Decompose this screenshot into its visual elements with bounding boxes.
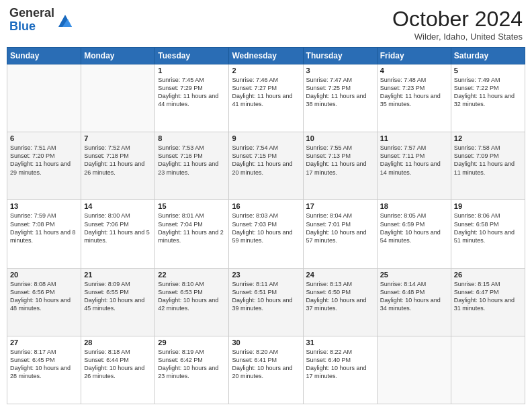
day-info: Sunrise: 7:54 AM Sunset: 7:15 PM Dayligh… <box>232 144 300 177</box>
calendar-week-row: 6Sunrise: 7:51 AM Sunset: 7:20 PM Daylig… <box>7 132 525 200</box>
day-info: Sunrise: 8:13 AM Sunset: 6:50 PM Dayligh… <box>306 280 374 313</box>
calendar-cell: 2Sunrise: 7:46 AM Sunset: 7:27 PM Daylig… <box>229 64 303 132</box>
calendar-cell: 26Sunrise: 8:15 AM Sunset: 6:47 PM Dayli… <box>451 268 525 336</box>
col-thursday: Thursday <box>303 48 377 64</box>
day-number: 8 <box>158 134 226 142</box>
day-number: 27 <box>10 338 78 347</box>
calendar-cell: 9Sunrise: 7:54 AM Sunset: 7:15 PM Daylig… <box>229 132 303 200</box>
day-info: Sunrise: 8:11 AM Sunset: 6:51 PM Dayligh… <box>232 280 300 313</box>
day-info: Sunrise: 8:03 AM Sunset: 7:03 PM Dayligh… <box>232 212 300 244</box>
calendar-cell: 8Sunrise: 7:53 AM Sunset: 7:16 PM Daylig… <box>155 132 229 200</box>
day-number: 3 <box>306 66 374 75</box>
logo: General Blue <box>9 7 75 34</box>
calendar-cell: 23Sunrise: 8:11 AM Sunset: 6:51 PM Dayli… <box>229 268 303 336</box>
day-number: 29 <box>158 338 226 347</box>
day-info: Sunrise: 8:08 AM Sunset: 6:56 PM Dayligh… <box>10 280 78 313</box>
calendar-cell: 29Sunrise: 8:19 AM Sunset: 6:42 PM Dayli… <box>155 336 229 404</box>
logo-icon <box>56 11 75 30</box>
calendar-cell: 31Sunrise: 8:22 AM Sunset: 6:40 PM Dayli… <box>303 336 377 404</box>
calendar-cell: 27Sunrise: 8:17 AM Sunset: 6:45 PM Dayli… <box>7 336 81 404</box>
day-number: 31 <box>306 338 374 347</box>
day-number: 23 <box>232 271 300 279</box>
day-number: 1 <box>158 66 226 75</box>
calendar-cell: 17Sunrise: 8:04 AM Sunset: 7:01 PM Dayli… <box>303 200 377 268</box>
day-info: Sunrise: 7:48 AM Sunset: 7:23 PM Dayligh… <box>380 76 448 109</box>
day-info: Sunrise: 8:10 AM Sunset: 6:53 PM Dayligh… <box>158 280 226 313</box>
calendar-cell: 3Sunrise: 7:47 AM Sunset: 7:25 PM Daylig… <box>303 64 377 132</box>
calendar-cell: 13Sunrise: 7:59 AM Sunset: 7:08 PM Dayli… <box>7 200 81 268</box>
day-info: Sunrise: 7:51 AM Sunset: 7:20 PM Dayligh… <box>10 144 78 177</box>
day-info: Sunrise: 7:49 AM Sunset: 7:22 PM Dayligh… <box>454 76 522 109</box>
calendar-cell <box>7 64 81 132</box>
day-info: Sunrise: 8:19 AM Sunset: 6:42 PM Dayligh… <box>158 348 226 381</box>
day-number: 15 <box>158 202 226 210</box>
calendar-cell: 5Sunrise: 7:49 AM Sunset: 7:22 PM Daylig… <box>451 64 525 132</box>
day-info: Sunrise: 8:09 AM Sunset: 6:55 PM Dayligh… <box>84 280 152 313</box>
logo-text-block: General Blue <box>9 7 54 34</box>
calendar-cell: 20Sunrise: 8:08 AM Sunset: 6:56 PM Dayli… <box>7 268 81 336</box>
calendar-cell: 18Sunrise: 8:05 AM Sunset: 6:59 PM Dayli… <box>377 200 451 268</box>
day-number: 28 <box>84 338 152 347</box>
day-info: Sunrise: 7:53 AM Sunset: 7:16 PM Dayligh… <box>158 144 226 177</box>
calendar-cell: 19Sunrise: 8:06 AM Sunset: 6:58 PM Dayli… <box>451 200 525 268</box>
calendar-week-row: 1Sunrise: 7:45 AM Sunset: 7:29 PM Daylig… <box>7 64 525 132</box>
calendar-cell: 11Sunrise: 7:57 AM Sunset: 7:11 PM Dayli… <box>377 132 451 200</box>
day-number: 24 <box>306 271 374 279</box>
day-number: 11 <box>380 134 448 142</box>
day-info: Sunrise: 8:01 AM Sunset: 7:04 PM Dayligh… <box>158 212 226 244</box>
day-number: 20 <box>10 271 78 279</box>
calendar: Sunday Monday Tuesday Wednesday Thursday… <box>7 47 525 404</box>
day-number: 2 <box>232 66 300 75</box>
day-number: 26 <box>454 271 522 279</box>
calendar-cell: 30Sunrise: 8:20 AM Sunset: 6:41 PM Dayli… <box>229 336 303 404</box>
logo-name: General Blue <box>9 7 54 34</box>
day-number: 14 <box>84 202 152 210</box>
calendar-cell: 1Sunrise: 7:45 AM Sunset: 7:29 PM Daylig… <box>155 64 229 132</box>
calendar-cell: 15Sunrise: 8:01 AM Sunset: 7:04 PM Dayli… <box>155 200 229 268</box>
day-info: Sunrise: 8:14 AM Sunset: 6:48 PM Dayligh… <box>380 280 448 313</box>
day-info: Sunrise: 7:45 AM Sunset: 7:29 PM Dayligh… <box>158 76 226 109</box>
calendar-week-row: 13Sunrise: 7:59 AM Sunset: 7:08 PM Dayli… <box>7 200 525 268</box>
calendar-cell: 28Sunrise: 8:18 AM Sunset: 6:44 PM Dayli… <box>81 336 155 404</box>
calendar-cell <box>81 64 155 132</box>
day-info: Sunrise: 7:59 AM Sunset: 7:08 PM Dayligh… <box>10 212 78 244</box>
day-number: 4 <box>380 66 448 75</box>
calendar-header-row: Sunday Monday Tuesday Wednesday Thursday… <box>7 48 525 64</box>
day-info: Sunrise: 8:04 AM Sunset: 7:01 PM Dayligh… <box>306 212 374 244</box>
day-info: Sunrise: 7:46 AM Sunset: 7:27 PM Dayligh… <box>232 76 300 109</box>
month-title: October 2024 <box>392 7 523 32</box>
calendar-cell: 7Sunrise: 7:52 AM Sunset: 7:18 PM Daylig… <box>81 132 155 200</box>
calendar-cell: 24Sunrise: 8:13 AM Sunset: 6:50 PM Dayli… <box>303 268 377 336</box>
day-number: 25 <box>380 271 448 279</box>
calendar-cell <box>451 336 525 404</box>
header: General Blue October 2024 Wilder, Idaho,… <box>7 7 525 42</box>
col-saturday: Saturday <box>451 48 525 64</box>
calendar-cell: 25Sunrise: 8:14 AM Sunset: 6:48 PM Dayli… <box>377 268 451 336</box>
day-info: Sunrise: 8:18 AM Sunset: 6:44 PM Dayligh… <box>84 348 152 381</box>
day-number: 10 <box>306 134 374 142</box>
day-number: 9 <box>232 134 300 142</box>
day-number: 16 <box>232 202 300 210</box>
day-info: Sunrise: 8:22 AM Sunset: 6:40 PM Dayligh… <box>306 348 374 381</box>
day-number: 6 <box>10 134 78 142</box>
day-info: Sunrise: 7:58 AM Sunset: 7:09 PM Dayligh… <box>454 144 522 177</box>
day-number: 18 <box>380 202 448 210</box>
calendar-cell: 14Sunrise: 8:00 AM Sunset: 7:06 PM Dayli… <box>81 200 155 268</box>
day-number: 22 <box>158 271 226 279</box>
col-tuesday: Tuesday <box>155 48 229 64</box>
day-number: 19 <box>454 202 522 210</box>
location: Wilder, Idaho, United States <box>392 32 523 42</box>
col-sunday: Sunday <box>7 48 81 64</box>
day-info: Sunrise: 8:06 AM Sunset: 6:58 PM Dayligh… <box>454 212 522 244</box>
day-number: 30 <box>232 338 300 347</box>
calendar-cell: 6Sunrise: 7:51 AM Sunset: 7:20 PM Daylig… <box>7 132 81 200</box>
day-info: Sunrise: 7:55 AM Sunset: 7:13 PM Dayligh… <box>306 144 374 177</box>
calendar-week-row: 20Sunrise: 8:08 AM Sunset: 6:56 PM Dayli… <box>7 268 525 336</box>
calendar-cell <box>377 336 451 404</box>
calendar-week-row: 27Sunrise: 8:17 AM Sunset: 6:45 PM Dayli… <box>7 336 525 404</box>
col-friday: Friday <box>377 48 451 64</box>
col-monday: Monday <box>81 48 155 64</box>
day-info: Sunrise: 8:05 AM Sunset: 6:59 PM Dayligh… <box>380 212 448 244</box>
page: General Blue October 2024 Wilder, Idaho,… <box>0 0 532 411</box>
day-info: Sunrise: 8:20 AM Sunset: 6:41 PM Dayligh… <box>232 348 300 381</box>
